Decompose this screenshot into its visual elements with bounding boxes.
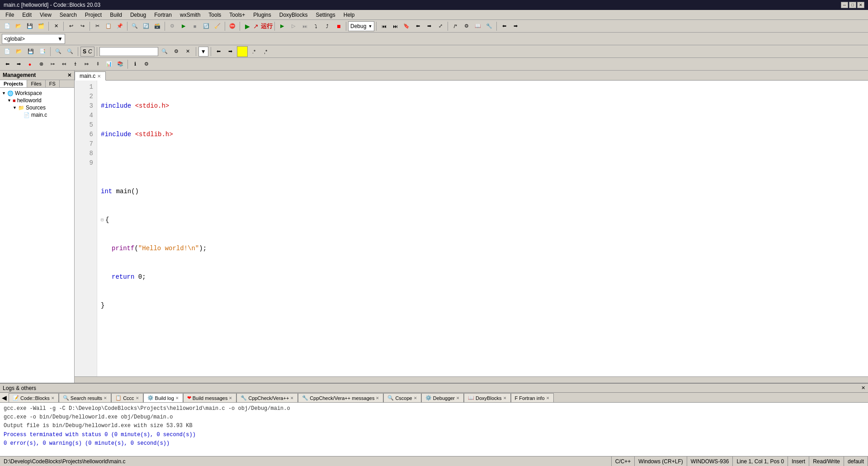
- debugger-close[interactable]: ✕: [456, 396, 460, 400]
- step-into-btn[interactable]: ⤇: [81, 59, 92, 70]
- zoombig-btn[interactable]: 🔍: [53, 46, 64, 57]
- menu-wxsmith[interactable]: wxSmith: [176, 10, 204, 19]
- menu-help[interactable]: Help: [340, 10, 359, 19]
- tree-item-helloworld[interactable]: ▼ ■ helloworld: [2, 97, 72, 104]
- bottom-tab-search-results[interactable]: 🔍 Search results ✕: [59, 393, 111, 402]
- code-hscroll[interactable]: [75, 376, 868, 383]
- close-button[interactable]: ✕: [857, 2, 864, 8]
- find-file-button[interactable]: 🗃️: [152, 21, 163, 32]
- bottom-close-icon[interactable]: ✕: [861, 385, 865, 391]
- menu-edit[interactable]: Edit: [19, 10, 35, 19]
- menu-debug[interactable]: Debug: [127, 10, 150, 19]
- wizard-button[interactable]: 🔧: [484, 21, 495, 32]
- debug-cont-button[interactable]: ▷: [288, 21, 299, 32]
- prev-result-btn[interactable]: ⬅: [213, 46, 224, 57]
- redo-button[interactable]: ↪: [77, 21, 88, 32]
- buildlog-close[interactable]: ✕: [175, 396, 179, 400]
- debug-next-button[interactable]: ⏭: [299, 21, 310, 32]
- find-button[interactable]: 🔍: [129, 21, 140, 32]
- rebuild-button[interactable]: 🔃: [201, 21, 212, 32]
- search-settings-btn[interactable]: ⚙: [171, 46, 182, 57]
- build-button[interactable]: ⚙: [167, 21, 178, 32]
- bottom-tab-buildmsg[interactable]: ❤ Build messages ✕: [183, 393, 237, 402]
- bottom-tab-cppcheck-msg[interactable]: 🔧 CppCheck/Vera++ messages ✕: [298, 393, 383, 402]
- open-file-tb[interactable]: 📂: [14, 46, 24, 57]
- next-instruction-btn[interactable]: ⤈: [70, 59, 80, 70]
- menu-file[interactable]: File: [2, 10, 18, 19]
- comment-button[interactable]: /*: [450, 21, 461, 32]
- expander-sources[interactable]: ▼: [13, 105, 17, 110]
- search-results-close[interactable]: ✕: [104, 396, 107, 400]
- stop-button[interactable]: ■: [189, 21, 200, 32]
- save-all-button[interactable]: 🗂️: [36, 21, 47, 32]
- menu-settings[interactable]: Settings: [312, 10, 339, 19]
- codeblocks-tab-close[interactable]: ✕: [51, 396, 55, 400]
- buildmsg-close[interactable]: ✕: [229, 396, 232, 400]
- cppcheck-msg-close[interactable]: ✕: [376, 396, 379, 400]
- call-stack-btn[interactable]: 📚: [115, 59, 126, 70]
- nav-back-btn[interactable]: ⬅: [2, 59, 13, 70]
- replace-button[interactable]: 🔄: [141, 21, 151, 32]
- bottom-tab-fortran[interactable]: F Fortran info ✕: [511, 393, 554, 402]
- build-target-dropdown[interactable]: Debug ▼: [348, 21, 374, 31]
- minimize-button[interactable]: ─: [841, 2, 848, 8]
- copy-button[interactable]: 📋: [103, 21, 114, 32]
- vars-btn[interactable]: 📊: [104, 59, 114, 70]
- debug-start-button[interactable]: ▶: [277, 21, 288, 32]
- sidebar-close-icon[interactable]: ✕: [67, 72, 71, 78]
- menu-tools[interactable]: Tools: [205, 10, 225, 19]
- undo-button[interactable]: ↩: [66, 21, 76, 32]
- debug-out-button[interactable]: ⤴: [322, 21, 333, 32]
- bottom-tab-prev[interactable]: ◀: [0, 393, 9, 402]
- menu-doxyblocks[interactable]: DoxyBlocks: [276, 10, 311, 19]
- settings2-button[interactable]: ⚙: [461, 21, 472, 32]
- paste-button[interactable]: 📌: [114, 21, 125, 32]
- expander-helloworld[interactable]: ▼: [7, 98, 12, 103]
- regex-dropdown[interactable]: ▼: [198, 47, 208, 57]
- menu-build[interactable]: Build: [106, 10, 126, 19]
- menu-search[interactable]: Search: [56, 10, 80, 19]
- sidebar-tab-fs[interactable]: FS: [46, 80, 60, 87]
- code-content[interactable]: #include <stdio.h> #include <stdlib.h> i…: [97, 81, 868, 376]
- collapse-icon-5[interactable]: ⊟: [101, 217, 104, 223]
- menu-fortran[interactable]: Fortran: [151, 10, 175, 19]
- bottom-tab-cccc[interactable]: 📋 Cccc ✕: [111, 393, 143, 402]
- tab-close-main-c[interactable]: ✕: [97, 74, 101, 79]
- settings3-btn[interactable]: ⚙: [141, 59, 152, 70]
- tree-item-workspace[interactable]: ▼ 🌐 Workspace: [2, 90, 72, 97]
- saveas-file-tb[interactable]: 📑: [37, 46, 48, 57]
- cccc-close[interactable]: ✕: [136, 396, 139, 400]
- close-file-button[interactable]: ✕: [51, 21, 61, 32]
- fortran-close[interactable]: ✕: [546, 396, 550, 400]
- new-button[interactable]: 📄: [2, 21, 13, 32]
- info-btn[interactable]: ℹ: [130, 59, 141, 70]
- regex-btn[interactable]: .*: [249, 46, 259, 57]
- menu-view[interactable]: View: [36, 10, 55, 19]
- run-build-button[interactable]: ▶: [178, 21, 189, 32]
- zoomsmall-btn[interactable]: 🔍: [65, 46, 75, 57]
- save-button[interactable]: 💾: [24, 21, 35, 32]
- bookmark-button[interactable]: 🔖: [401, 21, 412, 32]
- cut-button[interactable]: ✂: [92, 21, 103, 32]
- tab-main-c[interactable]: main.c ✕: [75, 71, 106, 81]
- menu-plugins[interactable]: Plugins: [250, 10, 274, 19]
- bottom-tab-cscope[interactable]: 🔍 Cscope ✕: [383, 393, 421, 402]
- menu-tools-plus[interactable]: Tools+: [226, 10, 249, 19]
- search-go-btn[interactable]: 🔍: [159, 46, 170, 57]
- bottom-tab-doxyblocks[interactable]: 📖 DoxyBlocks ✕: [464, 393, 510, 402]
- scope-dropdown[interactable]: <global> ▼: [2, 34, 65, 44]
- bottom-tab-debugger[interactable]: ⚙️ Debugger ✕: [421, 393, 464, 402]
- sidebar-tab-files[interactable]: Files: [27, 80, 45, 87]
- sidebar-tab-projects[interactable]: Projects: [0, 80, 27, 87]
- next-bookmark[interactable]: ➡: [424, 21, 434, 32]
- jump-button[interactable]: ⤢: [435, 21, 446, 32]
- maximize-button[interactable]: □: [849, 2, 856, 8]
- doxy-button[interactable]: 📖: [472, 21, 483, 32]
- highlight-btn[interactable]: A: [237, 46, 248, 57]
- open-button[interactable]: 📂: [13, 21, 24, 32]
- save-file-tb[interactable]: 💾: [25, 46, 36, 57]
- jump-forward-btn[interactable]: ⤆: [58, 59, 69, 70]
- debug-step-button[interactable]: ⤵: [311, 21, 321, 32]
- clean-button[interactable]: 🧹: [212, 21, 223, 32]
- step-out-btn[interactable]: ⤉: [92, 59, 103, 70]
